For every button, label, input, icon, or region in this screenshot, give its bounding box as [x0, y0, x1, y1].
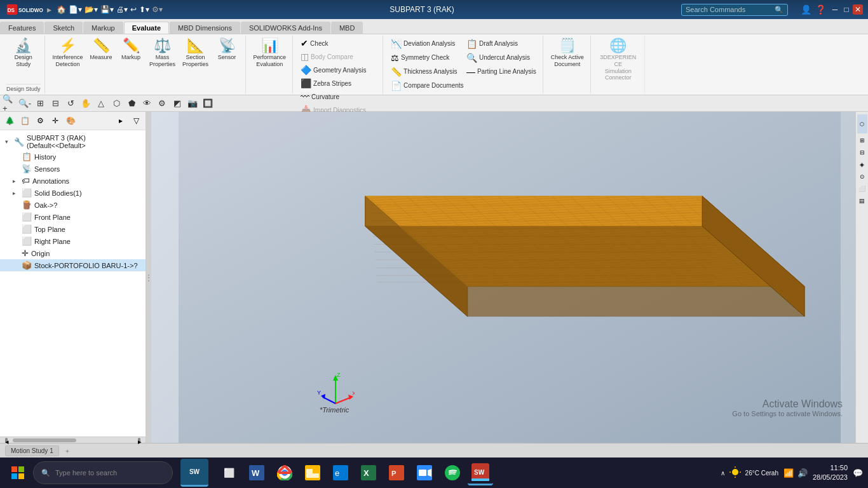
geometry-analysis-btn[interactable]: 🔷 Geometry Analysis	[298, 64, 379, 76]
viewport-3d[interactable]: Z X Y *Trimetric Activate Windows Go to …	[151, 112, 868, 443]
solidworks-taskbar-btn[interactable]: SW	[180, 459, 208, 487]
sw-taskbar-icon[interactable]: SW	[468, 460, 493, 485]
tab-features[interactable]: Features	[0, 22, 44, 34]
filter-btn[interactable]: ▽	[129, 114, 143, 128]
sidebar-btn-3[interactable]: ◈	[857, 159, 867, 170]
3dexperience-btn[interactable]: 🌐 3DEXPERIENCESimulationConnector	[596, 37, 641, 92]
minimize-btn[interactable]: ─	[830, 4, 840, 15]
performance-eval-btn[interactable]: 📊 PerformanceEvaluation	[251, 37, 289, 92]
close-btn[interactable]: ✕	[853, 4, 863, 15]
sel-filter-btn[interactable]: △	[94, 97, 108, 111]
tree-item-sensors[interactable]: 📡 Sensors	[0, 163, 146, 175]
markup-btn[interactable]: ✏️ Markup	[117, 37, 146, 70]
home-icon[interactable]: 🏠	[57, 5, 66, 14]
save-icon[interactable]: 💾▾	[100, 5, 114, 14]
display-mode-btn[interactable]: 🔲	[201, 97, 215, 111]
view-settings-btn[interactable]: ⚙	[155, 97, 169, 111]
sidebar-btn-1[interactable]: ⊞	[857, 135, 867, 146]
word-btn[interactable]: W	[244, 460, 269, 485]
expand-arrow[interactable]: ▸	[47, 4, 51, 15]
cursor-icon[interactable]: ⬆▾	[139, 5, 149, 14]
tab-mbd-dimensions[interactable]: MBD Dimensions	[170, 22, 240, 34]
maximize-btn[interactable]: □	[841, 4, 851, 15]
taskbar-search-input[interactable]	[55, 469, 165, 477]
tab-solidworks-addins[interactable]: SOLIDWORKS Add-Ins	[241, 22, 330, 34]
start-button[interactable]	[5, 460, 31, 485]
curvature-btn[interactable]: 〰 Curvature	[298, 90, 379, 103]
display-mgr-btn[interactable]: 🎨	[64, 114, 78, 128]
zebra-stripes-btn[interactable]: ⬛ Zebra Stripes	[298, 77, 379, 90]
zoom-area-btn[interactable]: ⊟	[48, 97, 62, 111]
tree-right-arrow[interactable]: ▸	[138, 438, 140, 443]
new-doc-icon[interactable]: 📄▾	[69, 5, 82, 14]
options-icon[interactable]: ⚙▾	[152, 5, 163, 14]
tree-hscrollbar[interactable]: ◂ ▸	[0, 437, 146, 443]
user-icon[interactable]: 👤	[801, 4, 811, 15]
tab-mbd[interactable]: MBD	[331, 22, 363, 34]
tree-left-arrow[interactable]: ◂	[5, 438, 8, 443]
print-icon[interactable]: 🖨▾	[116, 5, 128, 14]
zoom-btn[interactable]	[412, 460, 437, 485]
tree-item-history[interactable]: 📋 History	[0, 151, 146, 163]
cam-btn[interactable]: 📷	[186, 97, 200, 111]
thickness-analysis-btn[interactable]: 📏 Thickness Analysis	[388, 65, 463, 78]
hide-show-btn[interactable]: 👁	[140, 97, 154, 111]
section-properties-btn[interactable]: 📐 SectionProperties	[180, 37, 212, 70]
view-cube-btn[interactable]: ⬡	[857, 114, 867, 133]
tree-item-annotations[interactable]: ▸ 🏷 Annotations	[0, 175, 146, 187]
zoom-fit-btn[interactable]: ⊞	[33, 97, 47, 111]
tree-item-solid-bodies[interactable]: ▸ ⬜ Solid Bodies(1)	[0, 187, 146, 199]
notification-btn[interactable]: 💬	[853, 468, 863, 478]
motion-tab-add-btn[interactable]: ＋	[64, 447, 71, 456]
zoom-in-btn[interactable]: 🔍+	[3, 97, 17, 111]
open-icon[interactable]: 📂▾	[85, 5, 98, 14]
pan-btn[interactable]: ✋	[79, 97, 93, 111]
sidebar-btn-4[interactable]: ⊙	[857, 172, 867, 182]
zoom-out-btn[interactable]: 🔍-	[18, 97, 32, 111]
explorer-btn[interactable]	[300, 460, 325, 485]
tree-item-origin[interactable]: ✛ Origin	[0, 247, 146, 259]
tray-arrow[interactable]: ∧	[721, 470, 725, 477]
edge-btn[interactable]: e	[328, 460, 353, 485]
compare-docs-btn[interactable]: 📄 Compare Documents	[388, 79, 539, 92]
display-style-btn[interactable]: ⬟	[125, 97, 139, 111]
taskbar-clock[interactable]: 11:50 28/05/2023	[813, 463, 848, 483]
tab-sketch[interactable]: Sketch	[44, 22, 83, 34]
tree-item-stock[interactable]: 📦 Stock-PORTOFOLIO BARU-1->?	[0, 259, 146, 271]
task-view-btn[interactable]: ⬜	[216, 460, 241, 485]
draft-analysis-btn[interactable]: 📋 Draft Analysis	[464, 37, 539, 50]
view-orient-btn[interactable]: ⬡	[109, 97, 123, 111]
section-view-btn[interactable]: ◩	[170, 97, 184, 111]
tree-item-oak[interactable]: 🪵 Oak->?	[0, 199, 146, 211]
sidebar-btn-5[interactable]: ⬜	[857, 184, 867, 194]
ppt-btn[interactable]: P	[384, 460, 409, 485]
property-mgr-btn[interactable]: 📋	[18, 114, 32, 128]
tree-item-right-plane[interactable]: ⬜ Right Plane	[0, 235, 146, 247]
sidebar-btn-2[interactable]: ⊟	[857, 147, 867, 158]
feature-mgr-btn[interactable]: 🌲	[3, 114, 17, 128]
parting-line-btn[interactable]: — Parting Line Analysis	[464, 65, 539, 78]
rotate-btn[interactable]: ↺	[64, 97, 78, 111]
motion-study-tab[interactable]: Motion Study 1	[5, 445, 59, 456]
config-mgr-btn[interactable]: ⚙	[33, 114, 47, 128]
measure-btn[interactable]: 📏 Measure	[87, 37, 116, 70]
excel-btn[interactable]: X	[356, 460, 381, 485]
tab-evaluate[interactable]: Evaluate	[124, 22, 169, 34]
check-active-btn[interactable]: 🗒️ Check ActiveDocument	[548, 37, 587, 92]
tree-item-top-plane[interactable]: ⬜ Top Plane	[0, 223, 146, 235]
interference-detection-btn[interactable]: ⚡ InterferenceDetection	[50, 37, 86, 70]
help-icon[interactable]: ❓	[815, 4, 826, 15]
tree-root-item[interactable]: ▾ 🔧 SUBPART 3 (RAK) (Default<<Default>	[0, 133, 146, 151]
sensor-btn[interactable]: 📡 Sensor	[213, 37, 241, 70]
tree-scroll-thumb[interactable]	[13, 438, 76, 442]
deviation-analysis-btn[interactable]: 📉 Deviation Analysis	[388, 37, 463, 50]
symmetry-check-btn[interactable]: ⚖ Symmetry Check	[388, 51, 463, 64]
panel-splitter[interactable]: ⋮	[146, 112, 151, 443]
undercut-analysis-btn[interactable]: 🔍 Undercut Analysis	[464, 51, 539, 64]
search-bar[interactable]: 🔍	[681, 4, 788, 16]
sidebar-btn-6[interactable]: ▤	[857, 196, 867, 206]
tree-item-front-plane[interactable]: ⬜ Front Plane	[0, 211, 146, 223]
taskbar-search[interactable]: 🔍	[33, 461, 173, 484]
undo-icon[interactable]: ↩	[130, 5, 137, 14]
tab-markup[interactable]: Markup	[83, 22, 123, 34]
